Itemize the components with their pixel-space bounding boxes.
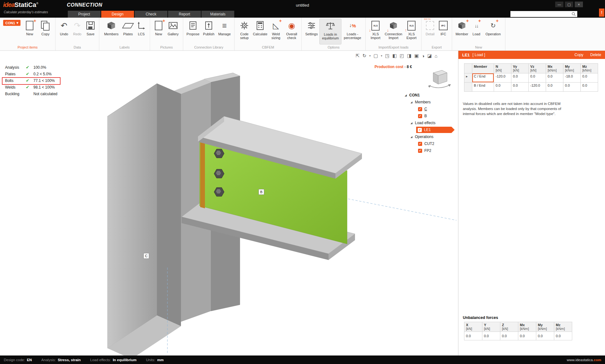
value-cell[interactable]: 0.0: [546, 83, 563, 92]
library-propose-button[interactable]: Propose: [185, 19, 201, 44]
column-near-flange[interactable]: [108, 84, 157, 348]
new-project-item-button[interactable]: + New: [22, 19, 38, 44]
new-member-button[interactable]: + Member: [454, 19, 470, 44]
library-publish-button[interactable]: Publish: [201, 19, 217, 44]
value-cell[interactable]: 0.0: [511, 73, 529, 83]
value-cell[interactable]: 0.0: [511, 83, 529, 92]
close-button[interactable]: ×: [575, 2, 583, 7]
tree-item-le1[interactable]: ✔ LE1: [405, 126, 458, 133]
checkbox-checked[interactable]: ✔: [418, 107, 422, 111]
tree-section-members[interactable]: ◢ Members: [405, 99, 458, 106]
labels-plates-button[interactable]: Plates: [121, 19, 135, 44]
value-cell[interactable]: 0.0: [494, 83, 511, 92]
view-top-icon[interactable]: ◰: [400, 53, 404, 59]
website-link[interactable]: www.ideastatica.com: [567, 358, 601, 362]
value-cell[interactable]: -120.0: [494, 73, 511, 83]
value-cell[interactable]: -120.0: [529, 83, 546, 92]
library-manage-button[interactable]: ≡ Manage: [217, 19, 232, 44]
export-detail-button[interactable]: BETA Detail: [423, 19, 437, 44]
3d-scene[interactable]: [0, 51, 458, 355]
tab-design[interactable]: Design: [101, 11, 134, 18]
picture-new-button[interactable]: + New: [152, 19, 165, 44]
view-front-icon[interactable]: ◧: [393, 53, 397, 59]
code-setup-button[interactable]: Code setup: [236, 19, 252, 44]
tree-item-cut2[interactable]: ✔ CUT2: [405, 140, 458, 147]
cube-icon: [458, 21, 466, 30]
value-cell[interactable]: 0.0: [529, 73, 546, 83]
delete-load-button[interactable]: Delete: [590, 53, 601, 57]
settings-button[interactable]: Settings: [304, 19, 319, 44]
home-view-icon[interactable]: ⌂: [435, 53, 438, 59]
expander-icon[interactable]: ◢: [410, 122, 415, 124]
tab-project[interactable]: Project: [68, 11, 101, 18]
picture-gallery-button[interactable]: Gallery: [165, 19, 181, 44]
tree-item-member-c[interactable]: ✔ C: [405, 106, 458, 113]
minimize-button[interactable]: —: [555, 2, 563, 7]
3d-viewport[interactable]: B C Analysis ✔ 100.0% Plates ✔ 0.2 < 5.0…: [0, 51, 458, 355]
checkbox-checked[interactable]: ✔: [418, 128, 422, 132]
fin-plate[interactable]: [200, 141, 205, 208]
copy-load-button[interactable]: Copy: [574, 53, 583, 57]
tab-report[interactable]: Report: [168, 11, 201, 18]
overall-check-button[interactable]: ◉ Overall check: [284, 19, 300, 44]
connection-import-button[interactable]: ↓ Connection Import: [383, 19, 404, 44]
search-input[interactable]: [512, 12, 572, 16]
selected-tree-item[interactable]: ✔ LE1: [416, 127, 455, 133]
expander-icon[interactable]: ◢: [405, 94, 409, 97]
rotate-view-icon[interactable]: ↻: [363, 53, 367, 59]
value-cell[interactable]: 0.0: [581, 83, 598, 92]
transparency-icon[interactable]: ◑: [422, 53, 424, 59]
tab-check[interactable]: Check: [135, 11, 167, 18]
xls-file-icon: XLS: [371, 21, 380, 31]
tree-item-con1[interactable]: ◢ CON1: [405, 92, 458, 99]
tree-section-load-effects[interactable]: ◢ Load effects: [405, 119, 458, 126]
save-button[interactable]: Save: [84, 19, 97, 44]
undo-button[interactable]: ↶ Undo: [57, 19, 71, 44]
status-analysis: Analysis:Stress, strain: [41, 358, 81, 362]
weld-sizing-button[interactable]: ◺+ Weld sizing: [268, 19, 284, 44]
manage-icon: ≡: [222, 21, 227, 30]
new-load-button[interactable]: ↓↓+ Load: [470, 19, 483, 44]
new-operation-button[interactable]: ↻+ Operation: [483, 19, 503, 44]
copy-project-item-button[interactable]: Copy: [38, 19, 53, 44]
expander-icon[interactable]: ◢: [410, 101, 415, 104]
member-cell[interactable]: C / End: [472, 73, 494, 83]
weld-icon: ◺: [273, 21, 279, 30]
tree-item-member-b[interactable]: ✔ B: [405, 113, 458, 119]
loads-percentage-button[interactable]: ↓% Loads - percentage: [341, 19, 364, 44]
tab-materials[interactable]: Materials: [201, 11, 234, 18]
xls-export-button[interactable]: XLS↑ XLS Export: [404, 19, 419, 44]
labels-lcs-button[interactable]: LCS: [135, 19, 148, 44]
value-cell[interactable]: -18.0: [563, 73, 581, 83]
expander-icon[interactable]: ◢: [410, 136, 415, 138]
checkbox-checked[interactable]: ✔: [418, 142, 422, 146]
tree-section-operations[interactable]: ◢ Operations: [405, 133, 458, 140]
view-axonometry-icon[interactable]: ◳: [385, 53, 389, 59]
value-cell[interactable]: 0.0: [581, 73, 598, 83]
copy-picture-icon[interactable]: ▣: [414, 53, 419, 59]
navigation-cube[interactable]: [426, 68, 453, 92]
selection-mode-icon[interactable]: ▢: [374, 53, 378, 59]
checkbox-checked[interactable]: ✔: [418, 114, 422, 118]
value-cell[interactable]: 0.0: [546, 73, 563, 83]
tree-item-fp2[interactable]: ✔ FP2: [405, 147, 458, 154]
checkbox-checked[interactable]: ✔: [418, 149, 422, 153]
labels-members-button[interactable]: Members: [101, 19, 121, 44]
section-cut-icon[interactable]: ◪: [427, 53, 432, 59]
redo-button[interactable]: ↷ Redo: [71, 19, 84, 44]
maximize-button[interactable]: ▢: [565, 2, 573, 7]
connection-selector[interactable]: CON1 ▾: [3, 20, 20, 26]
overall-check-icon: ◉: [288, 21, 295, 30]
panel-subtitle: [ Load ]: [473, 53, 485, 57]
member-cell[interactable]: B / End: [472, 83, 494, 92]
fit-view-icon[interactable]: ⇱: [356, 53, 360, 59]
export-ifc-button[interactable]: IFC IFC: [437, 19, 450, 44]
loads-in-equilibrium-button[interactable]: Loads in equilibrium: [319, 19, 341, 44]
value-cell[interactable]: 0.0: [563, 83, 581, 92]
selection-mode-caret-icon[interactable]: ▾: [381, 54, 382, 57]
view-side-icon[interactable]: ◨: [407, 53, 411, 59]
xls-import-button[interactable]: XLS↓ XLS Import: [368, 19, 383, 44]
rotate-view-caret-icon[interactable]: ▾: [369, 54, 371, 57]
feedback-button[interactable]: !: [599, 9, 604, 17]
calculate-button[interactable]: Calculate: [252, 19, 268, 44]
